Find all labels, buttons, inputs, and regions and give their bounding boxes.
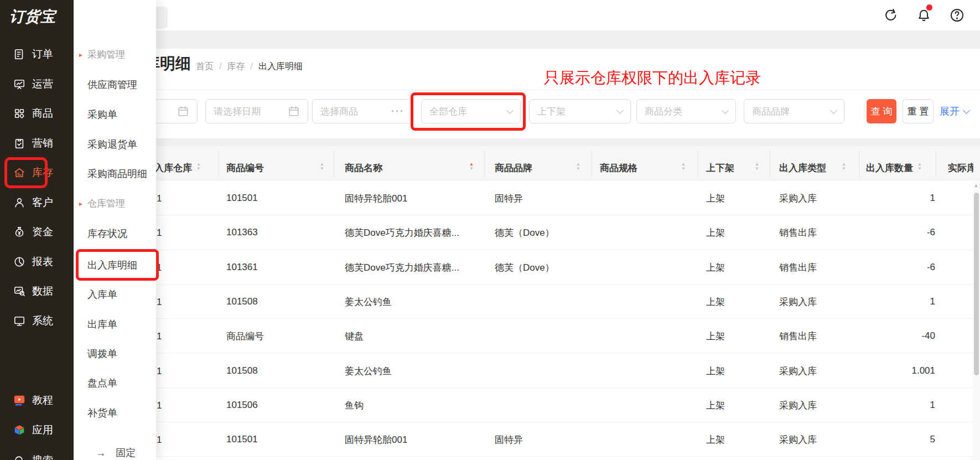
- sidebar-item-tutorials[interactable]: 教程: [0, 392, 74, 409]
- cell-type: 采购入库: [779, 399, 817, 411]
- sidebar-item-operations[interactable]: 运营: [0, 76, 74, 92]
- search-icon: [13, 454, 25, 460]
- notification-badge-dot: [926, 4, 932, 11]
- sort-warehouse[interactable]: ▲▼: [196, 162, 201, 170]
- sort-qty[interactable]: ▲▼: [917, 162, 922, 170]
- shelf-status-select[interactable]: 上下架: [529, 99, 631, 123]
- cell-qty: -6: [852, 227, 935, 238]
- breadcrumb-separator: /: [250, 61, 252, 71]
- cell-shelf: 上架: [706, 364, 725, 377]
- breadcrumb-inventory[interactable]: 库存: [227, 61, 245, 71]
- chevron-down-icon: [963, 107, 970, 114]
- scrollbar-thumb[interactable]: [974, 193, 979, 375]
- submenu-group-purchase[interactable]: ▸采购管理: [74, 47, 156, 62]
- vertical-scrollbar[interactable]: ▲: [972, 182, 980, 460]
- cell-code: 101501: [226, 193, 258, 204]
- person-icon: [13, 197, 25, 209]
- sidebar-item-funds[interactable]: 资金: [0, 224, 74, 240]
- sort-desc-icon: ▼: [842, 167, 846, 171]
- cell-code: 商品编号: [226, 330, 264, 343]
- column-divider: [859, 149, 859, 177]
- submenu-item-stock-detail[interactable]: 出入库明细: [74, 257, 156, 272]
- submenu-item-stock-status[interactable]: 库存状况: [74, 226, 156, 241]
- data-analytics-icon: [13, 285, 25, 297]
- submenu-group-warehouse[interactable]: ▸仓库管理: [74, 196, 156, 211]
- submenu-item-transfer-order[interactable]: 调拨单: [74, 346, 156, 361]
- column-divider: [592, 149, 592, 177]
- pin-arrow-icon: →: [96, 447, 106, 459]
- product-placeholder: 选择商品: [320, 105, 358, 118]
- sort-shelf[interactable]: ▲▼: [755, 162, 759, 170]
- submenu-item-purchase-detail[interactable]: 采购商品明细: [74, 166, 156, 181]
- header-divider: [156, 90, 980, 90]
- cell-name: 德芙Dove巧克力婚庆喜糖...: [345, 261, 488, 273]
- sidebar-item-reports[interactable]: 报表: [0, 254, 74, 270]
- cell-shelf: 上架: [706, 192, 725, 205]
- sort-code[interactable]: ▲▼: [320, 162, 324, 170]
- money-bag-icon: [13, 226, 25, 238]
- section-gap-band: [74, 138, 980, 146]
- cell-name: 键盘: [345, 330, 488, 343]
- sidebar-item-marketing[interactable]: 营销: [0, 135, 74, 152]
- breadcrumb-home[interactable]: 首页: [196, 61, 214, 71]
- sidebar-item-system[interactable]: 系统: [0, 313, 74, 329]
- triangle-right-icon: ▸: [79, 200, 82, 208]
- scrollbar-up-arrow[interactable]: ▲: [972, 183, 980, 188]
- inventory-submenu-panel: ▸采购管理 供应商管理 采购单 采购退货单 采购商品明细 ▸仓库管理 库存状况 …: [74, 0, 156, 460]
- sidebar-item-orders[interactable]: 订单: [0, 46, 74, 63]
- reset-button[interactable]: 重 置: [903, 99, 934, 123]
- product-select[interactable]: 选择商品 ···: [312, 99, 413, 123]
- expand-label: 展开: [940, 105, 960, 118]
- submenu-item-purchase-return[interactable]: 采购退货单: [74, 137, 156, 152]
- refresh-icon[interactable]: [883, 8, 898, 23]
- sidebar-item-apps[interactable]: 应用: [0, 422, 74, 438]
- sidebar-item-data[interactable]: 数据: [0, 283, 74, 299]
- cell-type: 销售出库: [779, 261, 817, 273]
- submenu-item-outbound-order[interactable]: 出库单: [74, 317, 156, 332]
- cell-code: 101508: [226, 296, 258, 307]
- submenu-item-stocktake-order[interactable]: 盘点单: [74, 375, 156, 390]
- sidebar-item-products[interactable]: 商品: [0, 105, 74, 122]
- brand-select[interactable]: 商品品牌: [744, 99, 844, 123]
- sort-name[interactable]: ▲▼: [469, 162, 474, 170]
- column-divider: [218, 149, 219, 177]
- cell-name: 德芙Dove巧克力婚庆喜糖...: [345, 226, 488, 239]
- pin-label: 固定: [116, 446, 136, 459]
- submenu-item-suppliers[interactable]: 供应商管理: [74, 77, 156, 92]
- sort-spec[interactable]: ▲▼: [681, 162, 686, 170]
- breadcrumb: 首页/库存/出入库明细: [196, 61, 303, 73]
- sidebar-item-inventory[interactable]: 库存: [0, 164, 74, 181]
- cell-shelf: 上架: [706, 261, 725, 273]
- sort-type[interactable]: ▲▼: [842, 162, 846, 170]
- sort-brand[interactable]: ▲▼: [576, 162, 580, 170]
- cell-code: 101508: [226, 365, 258, 376]
- submenu-item-replenish-order[interactable]: 补货单: [74, 405, 156, 420]
- category-select[interactable]: 商品分类: [636, 99, 736, 123]
- pie-chart-icon: [13, 256, 25, 268]
- help-icon[interactable]: [950, 8, 965, 23]
- warehouse-select[interactable]: 全部仓库: [421, 99, 521, 123]
- sidebar-item-customers[interactable]: 客户: [0, 194, 74, 211]
- expand-toggle[interactable]: 展开: [940, 105, 969, 118]
- pin-panel-toggle[interactable]: → 固定: [96, 446, 136, 459]
- cell-type: 销售出库: [779, 330, 817, 343]
- cell-type: 采购入库: [779, 433, 817, 446]
- date-end-input[interactable]: 请选择日期: [205, 99, 308, 123]
- sidebar-item-search[interactable]: 搜索: [0, 452, 74, 460]
- cell-type: 采购入库: [779, 364, 817, 377]
- ellipsis-icon: ···: [391, 106, 405, 117]
- cell-name: 姜太公钓鱼: [345, 296, 488, 308]
- warehouse-icon: [13, 167, 25, 179]
- cell-qty: 1.001: [852, 365, 935, 376]
- cell-code: 101506: [226, 400, 258, 411]
- cell-qty: 5: [852, 434, 935, 445]
- cell-qty: -40: [852, 330, 935, 342]
- submenu-item-inbound-order[interactable]: 入库单: [74, 287, 156, 302]
- cell-code: 101363: [226, 227, 258, 238]
- cell-shelf: 上架: [706, 433, 725, 446]
- query-button[interactable]: 查 询: [867, 99, 896, 123]
- submenu-item-purchase-order[interactable]: 采购单: [74, 107, 156, 122]
- calendar-icon: [177, 105, 189, 117]
- cube-apps-icon: [13, 424, 25, 436]
- cell-qty: 1: [852, 296, 935, 307]
